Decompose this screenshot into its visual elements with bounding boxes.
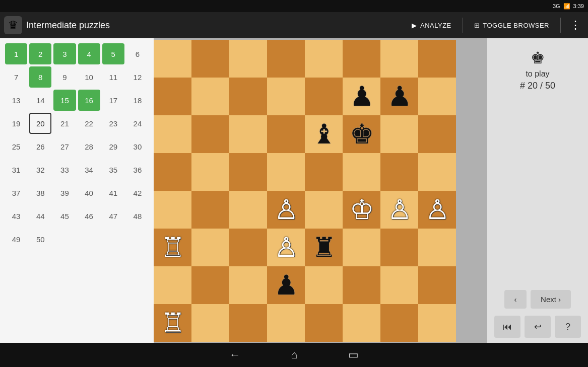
puzzle-item-26[interactable]: 26	[29, 136, 51, 157]
puzzle-item-6[interactable]: 6	[126, 43, 149, 64]
board-cell-7-1[interactable]	[191, 304, 229, 342]
puzzle-item-3[interactable]: 3	[53, 43, 76, 64]
board-cell-6-7[interactable]	[418, 266, 456, 304]
board-cell-4-1[interactable]	[191, 191, 229, 229]
puzzle-item-42[interactable]: 42	[126, 182, 149, 203]
board-cell-6-1[interactable]	[191, 266, 229, 304]
board-cell-7-7[interactable]	[418, 304, 456, 342]
puzzle-item-33[interactable]: 33	[53, 159, 76, 180]
board-cell-7-0[interactable]: ♖	[154, 304, 191, 342]
puzzle-item-10[interactable]: 10	[78, 66, 100, 88]
board-cell-4-3[interactable]: ♙	[267, 191, 305, 229]
board-cell-3-5[interactable]	[343, 153, 380, 191]
board-cell-1-4[interactable]	[305, 78, 343, 115]
board-cell-1-5[interactable]: ♟	[343, 78, 380, 115]
undo-button[interactable]: ↩	[525, 316, 551, 338]
board-cell-1-6[interactable]: ♟	[380, 78, 418, 115]
more-options-button[interactable]: ⋮	[567, 16, 584, 35]
board-cell-5-6[interactable]	[380, 229, 418, 266]
board-cell-0-5[interactable]	[343, 40, 380, 78]
board-cell-5-7[interactable]	[418, 229, 456, 266]
puzzle-item-27[interactable]: 27	[53, 136, 76, 157]
analyze-button[interactable]: ▶ ANALYZE	[407, 19, 456, 32]
recent-apps-button[interactable]: ▭	[348, 348, 359, 361]
board-cell-6-6[interactable]	[380, 266, 418, 304]
restart-button[interactable]: ⏮	[494, 316, 520, 338]
toggle-browser-button[interactable]: ⊞ TOGGLE BROWSER	[469, 19, 554, 32]
puzzle-item-20[interactable]: 20	[29, 113, 51, 134]
puzzle-item-41[interactable]: 41	[102, 182, 124, 203]
board-cell-5-1[interactable]	[191, 229, 229, 266]
board-cell-6-0[interactable]	[154, 266, 191, 304]
chess-board[interactable]: ♟♟♝♚♙♔♙♙♖♙♜♟♖	[154, 40, 456, 342]
board-cell-0-2[interactable]	[229, 40, 267, 78]
board-cell-2-0[interactable]	[154, 115, 191, 153]
puzzle-item-2[interactable]: 2	[29, 43, 51, 64]
board-cell-4-6[interactable]: ♙	[380, 191, 418, 229]
board-cell-7-4[interactable]	[305, 304, 343, 342]
board-cell-5-2[interactable]	[229, 229, 267, 266]
board-cell-2-3[interactable]	[267, 115, 305, 153]
puzzle-item-4[interactable]: 4	[78, 43, 100, 64]
puzzle-item-12[interactable]: 12	[126, 66, 149, 88]
board-cell-4-7[interactable]: ♙	[418, 191, 456, 229]
board-cell-2-6[interactable]	[380, 115, 418, 153]
puzzle-item-13[interactable]: 13	[5, 90, 27, 111]
puzzle-item-44[interactable]: 44	[29, 205, 51, 227]
previous-button[interactable]: ‹	[504, 290, 527, 309]
board-cell-3-2[interactable]	[229, 153, 267, 191]
puzzle-item-14[interactable]: 14	[29, 90, 51, 111]
puzzle-item-31[interactable]: 31	[5, 159, 27, 180]
home-button[interactable]: ⌂	[291, 348, 297, 361]
puzzle-item-40[interactable]: 40	[78, 182, 100, 203]
puzzle-item-11[interactable]: 11	[102, 66, 124, 88]
puzzle-item-29[interactable]: 29	[102, 136, 124, 157]
puzzle-item-16[interactable]: 16	[78, 90, 100, 111]
puzzle-item-21[interactable]: 21	[53, 113, 76, 134]
board-cell-3-0[interactable]	[154, 153, 191, 191]
board-cell-6-4[interactable]	[305, 266, 343, 304]
board-cell-7-6[interactable]	[380, 304, 418, 342]
board-cell-5-5[interactable]	[343, 229, 380, 266]
puzzle-item-47[interactable]: 47	[102, 205, 124, 227]
puzzle-item-7[interactable]: 7	[5, 66, 27, 88]
board-cell-4-0[interactable]	[154, 191, 191, 229]
puzzle-item-5[interactable]: 5	[102, 43, 124, 64]
next-button[interactable]: Next ›	[531, 290, 571, 309]
hint-button[interactable]: ?	[555, 316, 581, 338]
puzzle-item-48[interactable]: 48	[126, 205, 149, 227]
puzzle-item-17[interactable]: 17	[102, 90, 124, 111]
board-cell-1-0[interactable]	[154, 78, 191, 115]
board-cell-5-0[interactable]: ♖	[154, 229, 191, 266]
puzzle-item-35[interactable]: 35	[102, 159, 124, 180]
puzzle-item-46[interactable]: 46	[78, 205, 100, 227]
board-cell-2-5[interactable]: ♚	[343, 115, 380, 153]
puzzle-item-36[interactable]: 36	[126, 159, 149, 180]
puzzle-item-9[interactable]: 9	[53, 66, 76, 88]
board-cell-6-3[interactable]: ♟	[267, 266, 305, 304]
puzzle-item-19[interactable]: 19	[5, 113, 27, 134]
board-cell-0-3[interactable]	[267, 40, 305, 78]
board-cell-6-5[interactable]	[343, 266, 380, 304]
board-cell-2-1[interactable]	[191, 115, 229, 153]
puzzle-item-8[interactable]: 8	[29, 66, 51, 88]
board-cell-3-3[interactable]	[267, 153, 305, 191]
board-cell-5-3[interactable]: ♙	[267, 229, 305, 266]
board-cell-2-4[interactable]: ♝	[305, 115, 343, 153]
board-cell-1-1[interactable]	[191, 78, 229, 115]
board-cell-1-7[interactable]	[418, 78, 456, 115]
board-cell-3-1[interactable]	[191, 153, 229, 191]
board-cell-6-2[interactable]	[229, 266, 267, 304]
puzzle-item-39[interactable]: 39	[53, 182, 76, 203]
board-cell-1-3[interactable]	[267, 78, 305, 115]
board-cell-4-2[interactable]	[229, 191, 267, 229]
puzzle-item-24[interactable]: 24	[126, 113, 149, 134]
board-cell-2-2[interactable]	[229, 115, 267, 153]
puzzle-item-37[interactable]: 37	[5, 182, 27, 203]
board-cell-0-4[interactable]	[305, 40, 343, 78]
puzzle-item-28[interactable]: 28	[78, 136, 100, 157]
puzzle-item-45[interactable]: 45	[53, 205, 76, 227]
puzzle-item-50[interactable]: 50	[29, 229, 51, 250]
puzzle-item-23[interactable]: 23	[102, 113, 124, 134]
board-cell-4-4[interactable]	[305, 191, 343, 229]
